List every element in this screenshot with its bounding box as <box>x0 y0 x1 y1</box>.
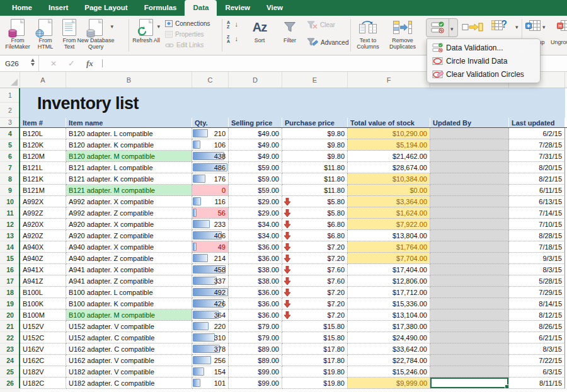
cell-last-updated[interactable]: 8/26/15 <box>509 321 565 332</box>
cell-qty[interactable]: 406 <box>192 230 229 241</box>
cell-selling-price[interactable]: $99.00 <box>229 378 282 389</box>
cell-purchase-price[interactable]: $7.60 <box>282 264 348 275</box>
cell-qty[interactable]: 101 <box>192 378 229 389</box>
cell-qty[interactable]: 220 <box>192 321 229 332</box>
cell-updated-by[interactable] <box>430 139 509 151</box>
row-header-5[interactable]: 5 <box>0 139 20 151</box>
cell-purchase-price[interactable]: $15.80 <box>282 332 348 343</box>
cell-selling-price[interactable]: $38.00 <box>229 275 282 287</box>
cell-updated-by[interactable] <box>430 355 509 366</box>
cell-item-name[interactable]: A992 adapter. Z compatible <box>66 207 192 219</box>
cell-updated-by[interactable] <box>430 196 509 207</box>
cell-updated-by[interactable] <box>430 185 509 196</box>
cell-item-number[interactable]: U182C <box>20 378 66 389</box>
cell-updated-by[interactable] <box>430 253 509 264</box>
cell-last-updated[interactable]: 8/28/15 <box>509 230 565 241</box>
cell-item-number[interactable]: U152C <box>20 332 66 343</box>
cell-selling-price[interactable]: $79.00 <box>229 332 282 343</box>
cell-item-name[interactable]: A940 adapter. X compatible <box>66 241 192 253</box>
row-header-3[interactable]: 3 <box>0 118 20 127</box>
cell-total-value[interactable]: $17,712.00 <box>348 287 430 298</box>
cell-qty[interactable]: 256 <box>192 355 229 366</box>
cell-selling-price[interactable]: $89.00 <box>229 355 282 366</box>
cell-last-updated[interactable]: 9/3/15 <box>509 253 565 264</box>
name-box-stepper[interactable] <box>31 59 35 66</box>
cell-total-value[interactable]: $13,804.00 <box>348 230 430 241</box>
cell-qty[interactable]: 438 <box>192 151 229 162</box>
remove-duplicates-button[interactable]: Remove Duplicates <box>384 18 421 50</box>
cell-updated-by[interactable] <box>430 230 509 241</box>
chevron-down-icon[interactable] <box>542 26 546 27</box>
row-header-22[interactable]: 22 <box>0 332 20 343</box>
cell-purchase-price[interactable]: $17.80 <box>282 355 348 366</box>
advanced-filter-button[interactable]: Advanced <box>307 38 348 47</box>
sort-button[interactable]: Az Sort <box>246 18 273 43</box>
cell-item-number[interactable]: U182V <box>20 366 66 378</box>
cell-item-number[interactable]: A920X <box>20 219 66 230</box>
menu-item-data-validation[interactable]: Data Validation... <box>427 41 540 54</box>
cell-last-updated[interactable]: 7/22/15 <box>509 355 565 366</box>
cell-item-number[interactable]: B100L <box>20 287 66 298</box>
cell-total-value[interactable]: $7,704.00 <box>348 253 430 264</box>
menu-item-clear-validation-circles[interactable]: Clear Validation Circles <box>427 67 540 81</box>
cell-total-value[interactable]: $24,490.00 <box>348 332 430 343</box>
cell-selling-price[interactable]: $29.00 <box>229 207 282 219</box>
cell-item-name[interactable]: B100 adapter. L compatible <box>66 287 192 298</box>
new-database-query-button[interactable]: New Database Query <box>74 18 117 50</box>
ungroup-button[interactable] <box>557 20 567 31</box>
cell-selling-price[interactable]: $49.00 <box>229 128 282 139</box>
row-header-1[interactable]: 1 <box>0 88 20 103</box>
tab-insert[interactable]: Insert <box>40 0 76 16</box>
cell-selling-price[interactable]: $34.00 <box>229 230 282 241</box>
cell-updated-by[interactable] <box>430 151 509 162</box>
cell-selling-price[interactable]: $38.00 <box>229 264 282 275</box>
cell-total-value[interactable]: $22,784.00 <box>348 355 430 366</box>
cell-updated-by[interactable] <box>430 298 509 309</box>
cell-item-name[interactable]: B120 adapter. M compatible <box>66 151 192 162</box>
cell-qty[interactable]: 233 <box>192 219 229 230</box>
cell-item-name[interactable]: U152 adapter. C compatible <box>66 332 192 343</box>
table-header-updated-by[interactable]: Updated By <box>430 118 509 127</box>
cell-selling-price[interactable]: $89.00 <box>229 343 282 355</box>
cell-item-name[interactable]: B100 adapter. K compatible <box>66 298 192 309</box>
cell-updated-by[interactable] <box>430 162 509 173</box>
row-header-6[interactable]: 6 <box>0 151 20 162</box>
cell-last-updated[interactable]: 6/11/15 <box>509 185 565 196</box>
from-html-button[interactable]: From HTML <box>33 18 57 50</box>
cell-item-number[interactable]: A920Z <box>20 230 66 241</box>
cell-purchase-price[interactable]: $7.20 <box>282 241 348 253</box>
chevron-down-icon[interactable] <box>515 26 518 27</box>
table-header-selling-price[interactable]: Selling price <box>229 118 282 127</box>
cell-updated-by[interactable] <box>430 343 509 355</box>
cell-item-name[interactable]: A920 adapter. X compatible <box>66 219 192 230</box>
cell-purchase-price[interactable]: $11.80 <box>282 173 348 185</box>
cell-last-updated[interactable]: 6/13/15 <box>509 196 565 207</box>
row-header-11[interactable]: 11 <box>0 207 20 219</box>
cell-total-value[interactable]: $5,194.00 <box>348 139 430 151</box>
cell-last-updated[interactable]: 7/14/15 <box>509 207 565 219</box>
insert-function-icon[interactable] <box>86 59 93 67</box>
cell-selling-price[interactable]: $79.00 <box>229 321 282 332</box>
row-header-14[interactable]: 14 <box>0 241 20 253</box>
tab-view[interactable]: View <box>258 0 291 16</box>
cell-qty[interactable]: 214 <box>192 253 229 264</box>
cell-updated-by[interactable] <box>430 287 509 298</box>
cell-item-name[interactable]: A941 adapter. Z compatible <box>66 275 192 287</box>
cell-item-number[interactable]: U152V <box>20 321 66 332</box>
table-header-purchase-price[interactable]: Purchase price <box>282 118 348 127</box>
cell-total-value[interactable]: $15,336.00 <box>348 298 430 309</box>
cell-qty[interactable]: 378 <box>192 343 229 355</box>
cell-qty[interactable]: 492 <box>192 287 229 298</box>
cell-item-name[interactable]: B121 adapter. M compatible <box>66 185 192 196</box>
cell-qty[interactable]: 106 <box>192 139 229 151</box>
cell-qty[interactable]: 154 <box>192 366 229 378</box>
column-header-C[interactable]: C <box>192 72 229 88</box>
cell-item-number[interactable]: B121L <box>20 162 66 173</box>
filter-button[interactable]: Filter <box>276 18 304 43</box>
row-header-26[interactable]: 26 <box>0 378 20 389</box>
cell-item-name[interactable]: A920 adapter. Z compatible <box>66 230 192 241</box>
cell-total-value[interactable]: $3,364.00 <box>348 196 430 207</box>
row-header-2[interactable]: 2 <box>0 103 20 118</box>
row-header-12[interactable]: 12 <box>0 219 20 230</box>
cell-last-updated[interactable]: 5/28/15 <box>509 275 565 287</box>
